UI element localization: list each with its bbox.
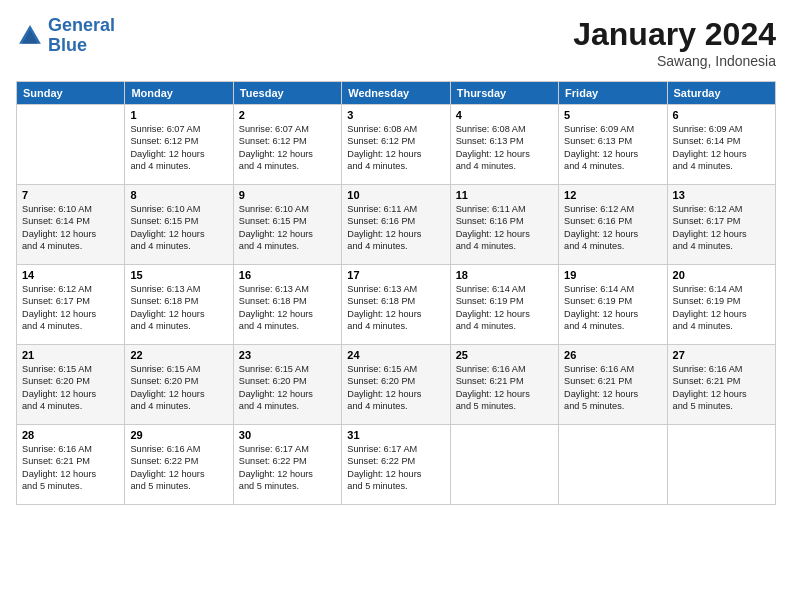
calendar-cell: [17, 105, 125, 185]
day-number: 8: [130, 189, 227, 201]
logo: General Blue: [16, 16, 115, 56]
day-info: Sunrise: 6:15 AM Sunset: 6:20 PM Dayligh…: [22, 363, 119, 413]
calendar-cell: 7Sunrise: 6:10 AM Sunset: 6:14 PM Daylig…: [17, 185, 125, 265]
day-number: 13: [673, 189, 770, 201]
calendar-cell: 29Sunrise: 6:16 AM Sunset: 6:22 PM Dayli…: [125, 425, 233, 505]
month-title: January 2024: [573, 16, 776, 53]
calendar-cell: 24Sunrise: 6:15 AM Sunset: 6:20 PM Dayli…: [342, 345, 450, 425]
calendar-cell: 23Sunrise: 6:15 AM Sunset: 6:20 PM Dayli…: [233, 345, 341, 425]
calendar-cell: 27Sunrise: 6:16 AM Sunset: 6:21 PM Dayli…: [667, 345, 775, 425]
calendar-cell: 21Sunrise: 6:15 AM Sunset: 6:20 PM Dayli…: [17, 345, 125, 425]
calendar-cell: 22Sunrise: 6:15 AM Sunset: 6:20 PM Dayli…: [125, 345, 233, 425]
weekday-header-tuesday: Tuesday: [233, 82, 341, 105]
day-info: Sunrise: 6:08 AM Sunset: 6:12 PM Dayligh…: [347, 123, 444, 173]
day-info: Sunrise: 6:16 AM Sunset: 6:21 PM Dayligh…: [673, 363, 770, 413]
calendar-week-row: 14Sunrise: 6:12 AM Sunset: 6:17 PM Dayli…: [17, 265, 776, 345]
day-number: 27: [673, 349, 770, 361]
day-info: Sunrise: 6:14 AM Sunset: 6:19 PM Dayligh…: [673, 283, 770, 333]
calendar-week-row: 21Sunrise: 6:15 AM Sunset: 6:20 PM Dayli…: [17, 345, 776, 425]
day-info: Sunrise: 6:16 AM Sunset: 6:21 PM Dayligh…: [456, 363, 553, 413]
day-info: Sunrise: 6:10 AM Sunset: 6:15 PM Dayligh…: [130, 203, 227, 253]
day-info: Sunrise: 6:09 AM Sunset: 6:13 PM Dayligh…: [564, 123, 661, 173]
weekday-header-friday: Friday: [559, 82, 667, 105]
day-info: Sunrise: 6:07 AM Sunset: 6:12 PM Dayligh…: [239, 123, 336, 173]
weekday-header-wednesday: Wednesday: [342, 82, 450, 105]
calendar-cell: [559, 425, 667, 505]
calendar-cell: 25Sunrise: 6:16 AM Sunset: 6:21 PM Dayli…: [450, 345, 558, 425]
day-info: Sunrise: 6:16 AM Sunset: 6:22 PM Dayligh…: [130, 443, 227, 493]
day-number: 20: [673, 269, 770, 281]
day-info: Sunrise: 6:10 AM Sunset: 6:15 PM Dayligh…: [239, 203, 336, 253]
calendar-cell: 5Sunrise: 6:09 AM Sunset: 6:13 PM Daylig…: [559, 105, 667, 185]
day-number: 17: [347, 269, 444, 281]
calendar-cell: 8Sunrise: 6:10 AM Sunset: 6:15 PM Daylig…: [125, 185, 233, 265]
day-number: 11: [456, 189, 553, 201]
day-info: Sunrise: 6:13 AM Sunset: 6:18 PM Dayligh…: [347, 283, 444, 333]
weekday-header-row: SundayMondayTuesdayWednesdayThursdayFrid…: [17, 82, 776, 105]
day-info: Sunrise: 6:11 AM Sunset: 6:16 PM Dayligh…: [347, 203, 444, 253]
day-info: Sunrise: 6:09 AM Sunset: 6:14 PM Dayligh…: [673, 123, 770, 173]
day-info: Sunrise: 6:17 AM Sunset: 6:22 PM Dayligh…: [347, 443, 444, 493]
calendar-cell: [667, 425, 775, 505]
day-info: Sunrise: 6:13 AM Sunset: 6:18 PM Dayligh…: [130, 283, 227, 333]
day-info: Sunrise: 6:16 AM Sunset: 6:21 PM Dayligh…: [564, 363, 661, 413]
page-header: General Blue January 2024 Sawang, Indone…: [16, 16, 776, 69]
calendar-cell: 14Sunrise: 6:12 AM Sunset: 6:17 PM Dayli…: [17, 265, 125, 345]
weekday-header-monday: Monday: [125, 82, 233, 105]
day-info: Sunrise: 6:15 AM Sunset: 6:20 PM Dayligh…: [130, 363, 227, 413]
day-number: 23: [239, 349, 336, 361]
day-number: 4: [456, 109, 553, 121]
calendar-week-row: 7Sunrise: 6:10 AM Sunset: 6:14 PM Daylig…: [17, 185, 776, 265]
day-number: 9: [239, 189, 336, 201]
day-number: 29: [130, 429, 227, 441]
day-info: Sunrise: 6:15 AM Sunset: 6:20 PM Dayligh…: [239, 363, 336, 413]
day-info: Sunrise: 6:08 AM Sunset: 6:13 PM Dayligh…: [456, 123, 553, 173]
title-block: January 2024 Sawang, Indonesia: [573, 16, 776, 69]
day-info: Sunrise: 6:13 AM Sunset: 6:18 PM Dayligh…: [239, 283, 336, 333]
day-number: 24: [347, 349, 444, 361]
calendar-cell: 19Sunrise: 6:14 AM Sunset: 6:19 PM Dayli…: [559, 265, 667, 345]
logo-line2: Blue: [48, 35, 87, 55]
calendar-cell: 18Sunrise: 6:14 AM Sunset: 6:19 PM Dayli…: [450, 265, 558, 345]
calendar-week-row: 28Sunrise: 6:16 AM Sunset: 6:21 PM Dayli…: [17, 425, 776, 505]
calendar-cell: [450, 425, 558, 505]
calendar-cell: 26Sunrise: 6:16 AM Sunset: 6:21 PM Dayli…: [559, 345, 667, 425]
day-number: 7: [22, 189, 119, 201]
day-info: Sunrise: 6:10 AM Sunset: 6:14 PM Dayligh…: [22, 203, 119, 253]
day-number: 16: [239, 269, 336, 281]
calendar-cell: 11Sunrise: 6:11 AM Sunset: 6:16 PM Dayli…: [450, 185, 558, 265]
day-number: 28: [22, 429, 119, 441]
day-number: 5: [564, 109, 661, 121]
day-info: Sunrise: 6:14 AM Sunset: 6:19 PM Dayligh…: [564, 283, 661, 333]
day-info: Sunrise: 6:15 AM Sunset: 6:20 PM Dayligh…: [347, 363, 444, 413]
logo-line1: General: [48, 15, 115, 35]
calendar-cell: 12Sunrise: 6:12 AM Sunset: 6:16 PM Dayli…: [559, 185, 667, 265]
day-number: 31: [347, 429, 444, 441]
weekday-header-thursday: Thursday: [450, 82, 558, 105]
day-info: Sunrise: 6:11 AM Sunset: 6:16 PM Dayligh…: [456, 203, 553, 253]
calendar-cell: 2Sunrise: 6:07 AM Sunset: 6:12 PM Daylig…: [233, 105, 341, 185]
weekday-header-sunday: Sunday: [17, 82, 125, 105]
day-info: Sunrise: 6:12 AM Sunset: 6:17 PM Dayligh…: [22, 283, 119, 333]
day-number: 3: [347, 109, 444, 121]
day-number: 12: [564, 189, 661, 201]
calendar-cell: 6Sunrise: 6:09 AM Sunset: 6:14 PM Daylig…: [667, 105, 775, 185]
calendar-cell: 9Sunrise: 6:10 AM Sunset: 6:15 PM Daylig…: [233, 185, 341, 265]
calendar-table: SundayMondayTuesdayWednesdayThursdayFrid…: [16, 81, 776, 505]
calendar-cell: 16Sunrise: 6:13 AM Sunset: 6:18 PM Dayli…: [233, 265, 341, 345]
day-number: 22: [130, 349, 227, 361]
calendar-cell: 28Sunrise: 6:16 AM Sunset: 6:21 PM Dayli…: [17, 425, 125, 505]
weekday-header-saturday: Saturday: [667, 82, 775, 105]
day-number: 19: [564, 269, 661, 281]
calendar-cell: 20Sunrise: 6:14 AM Sunset: 6:19 PM Dayli…: [667, 265, 775, 345]
calendar-cell: 30Sunrise: 6:17 AM Sunset: 6:22 PM Dayli…: [233, 425, 341, 505]
calendar-cell: 31Sunrise: 6:17 AM Sunset: 6:22 PM Dayli…: [342, 425, 450, 505]
calendar-cell: 4Sunrise: 6:08 AM Sunset: 6:13 PM Daylig…: [450, 105, 558, 185]
day-number: 30: [239, 429, 336, 441]
day-info: Sunrise: 6:12 AM Sunset: 6:17 PM Dayligh…: [673, 203, 770, 253]
day-number: 18: [456, 269, 553, 281]
day-number: 15: [130, 269, 227, 281]
day-number: 2: [239, 109, 336, 121]
day-info: Sunrise: 6:12 AM Sunset: 6:16 PM Dayligh…: [564, 203, 661, 253]
calendar-week-row: 1Sunrise: 6:07 AM Sunset: 6:12 PM Daylig…: [17, 105, 776, 185]
